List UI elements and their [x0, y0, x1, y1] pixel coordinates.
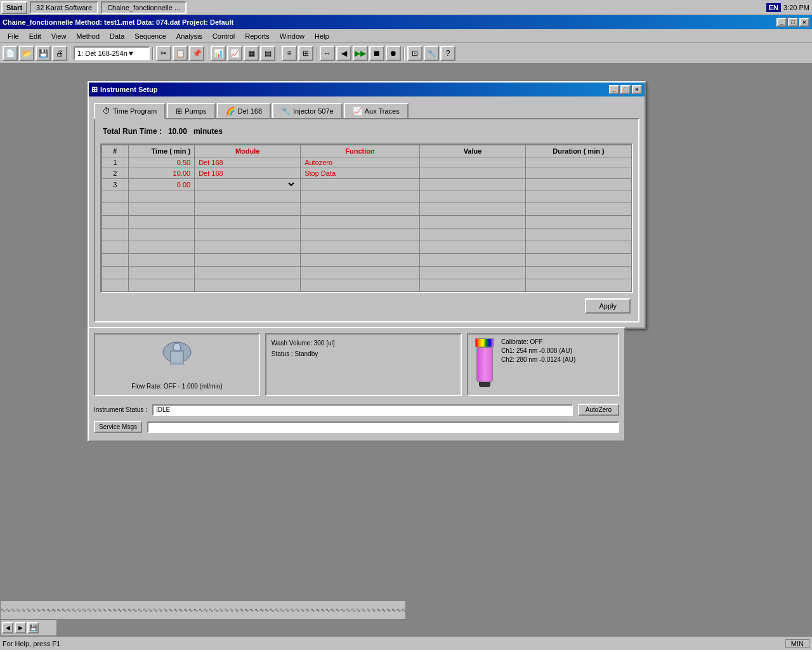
help-button[interactable]: ?: [440, 46, 455, 61]
menu-data[interactable]: Data: [105, 31, 129, 41]
time-table-wrap: # Time ( min ) Module Function Value Dur…: [100, 143, 633, 293]
app-statusbar: For Help, press F1 MIN: [0, 636, 812, 650]
save-small-button[interactable]: 💾: [27, 622, 39, 633]
row3-module-select[interactable]: [199, 180, 296, 189]
open-button[interactable]: 📂: [19, 46, 34, 61]
tb-btn-5[interactable]: 📊: [211, 46, 226, 61]
minimize-button[interactable]: _: [776, 18, 787, 27]
menu-file[interactable]: File: [3, 31, 24, 41]
table-row[interactable]: 1 0.50 Det 168 Autozero: [102, 157, 632, 168]
tab-pumps[interactable]: ⊞ Pumps: [167, 103, 215, 119]
menu-reports[interactable]: Reports: [240, 31, 275, 41]
playback-controls: ◀ ▶ 💾: [0, 620, 57, 636]
save-button[interactable]: 💾: [36, 46, 51, 61]
tab-time-program[interactable]: ⏱ Time Program: [94, 103, 166, 119]
prev-button[interactable]: ◀: [2, 622, 13, 633]
tab-injector[interactable]: 🔧 Injector 507e: [272, 103, 343, 119]
tab-injector-label: Injector 507e: [293, 107, 334, 115]
row2-module[interactable]: Det 168: [195, 168, 301, 179]
stop-button[interactable]: ⏹: [369, 46, 384, 61]
cut-button[interactable]: ✂: [156, 46, 171, 61]
col-num: #: [102, 145, 129, 157]
dialog-restore[interactable]: □: [620, 85, 631, 94]
table-row-empty: [102, 190, 632, 203]
start-label: Start: [6, 4, 22, 11]
play-button[interactable]: ▶: [15, 622, 26, 633]
service-msgs-field: [147, 421, 619, 433]
row1-function[interactable]: Autozero: [301, 157, 420, 168]
row3-function[interactable]: [301, 179, 420, 190]
row2-value[interactable]: [420, 168, 526, 179]
row3-value[interactable]: [420, 179, 526, 190]
menu-analysis[interactable]: Analysis: [171, 31, 207, 41]
tb-btn-8[interactable]: ▤: [260, 46, 275, 61]
paste-button[interactable]: 📌: [189, 46, 204, 61]
wash-volume-text: Wash Volume: 300 [ul]: [272, 340, 455, 347]
row2-duration[interactable]: [526, 168, 632, 179]
tb-btn-15[interactable]: ⊡: [407, 46, 422, 61]
service-msgs-button[interactable]: Service Msgs: [94, 421, 142, 433]
menu-method[interactable]: Method: [71, 31, 105, 41]
menu-edit[interactable]: Edit: [24, 31, 46, 41]
clock: 3:20 PM: [783, 4, 809, 11]
tb-btn-16[interactable]: 🔧: [424, 46, 439, 61]
menu-control[interactable]: Control: [207, 31, 240, 41]
tb-btn-10[interactable]: ⊞: [298, 46, 313, 61]
tb-btn-9[interactable]: ≡: [282, 46, 297, 61]
print-button[interactable]: 🖨: [52, 46, 67, 61]
tab-traces-label: Aux Traces: [365, 107, 400, 115]
maximize-button[interactable]: □: [788, 18, 798, 27]
apply-button[interactable]: Apply: [585, 298, 631, 314]
row2-function[interactable]: Stop Data: [301, 168, 420, 179]
vial-display: [472, 338, 497, 391]
tb-btn-6[interactable]: 📈: [227, 46, 242, 61]
sep4: [278, 47, 279, 60]
menu-help[interactable]: Help: [310, 31, 334, 41]
total-run-label: Total Run Time :: [103, 127, 162, 136]
help-status: For Help, press F1: [3, 640, 785, 647]
copy-button[interactable]: 📋: [173, 46, 188, 61]
autozero-button[interactable]: AutoZero: [578, 404, 619, 416]
menu-sequence[interactable]: Sequence: [129, 31, 171, 41]
row1-module[interactable]: Det 168: [195, 157, 301, 168]
vial-bottom: [479, 382, 490, 387]
row2-time[interactable]: 10.00: [128, 168, 194, 179]
menu-view[interactable]: View: [46, 31, 72, 41]
row3-duration[interactable]: [526, 179, 632, 190]
close-button[interactable]: ×: [799, 18, 809, 27]
taskbar-right: EN 3:20 PM: [766, 3, 812, 12]
tb-btn-14[interactable]: ⏺: [386, 46, 401, 61]
start-button[interactable]: Start: [1, 1, 27, 14]
channel-dropdown[interactable]: 1: Det 168-254n▼: [74, 46, 150, 60]
tb-btn-11[interactable]: ↔: [320, 46, 335, 61]
row3-time[interactable]: 0.00: [128, 179, 194, 190]
channel-label: 1: Det 168-254n: [77, 50, 128, 57]
run-button[interactable]: ▶▶: [353, 46, 368, 61]
dialog-win-controls: _ □ ×: [609, 85, 642, 94]
tb-btn-12[interactable]: ◀: [336, 46, 351, 61]
table-row[interactable]: 2 10.00 Det 168 Stop Data: [102, 168, 632, 179]
dialog-close[interactable]: ×: [632, 85, 642, 94]
ch2-text: Ch2: 280 nm -0.0124 (AU): [501, 356, 614, 363]
menu-window[interactable]: Window: [275, 31, 310, 41]
tab-aux-traces[interactable]: 📈 Aux Traces: [344, 103, 409, 119]
app2-button[interactable]: Chaine_fonctionnelle ...: [101, 1, 187, 14]
dialog-minimize[interactable]: _: [609, 85, 619, 94]
col-time: Time ( min ): [128, 145, 194, 157]
row1-value[interactable]: [420, 157, 526, 168]
row1-duration[interactable]: [526, 157, 632, 168]
col-value: Value: [420, 145, 526, 157]
sep5: [316, 47, 317, 60]
row1-time[interactable]: 0.50: [128, 157, 194, 168]
service-row: Service Msgs: [94, 418, 619, 435]
tb-btn-7[interactable]: ▦: [244, 46, 259, 61]
col-duration: Duration ( min ): [526, 145, 632, 157]
wave-area: ∿∿∿∿∿∿∿∿∿∿∿∿∿∿∿∿∿∿∿∿∿∿∿∿∿∿∿∿∿∿∿∿∿∿∿∿∿∿∿∿…: [0, 600, 406, 620]
table-row[interactable]: 3 0.00: [102, 179, 632, 190]
table-row-empty: [102, 216, 632, 229]
row3-module[interactable]: [195, 179, 301, 190]
col-function: Function: [301, 145, 420, 157]
new-button[interactable]: 📄: [3, 46, 18, 61]
tab-det168[interactable]: 🌈 Det 168: [217, 103, 272, 119]
app1-button[interactable]: 32 Karat Software: [30, 1, 98, 14]
